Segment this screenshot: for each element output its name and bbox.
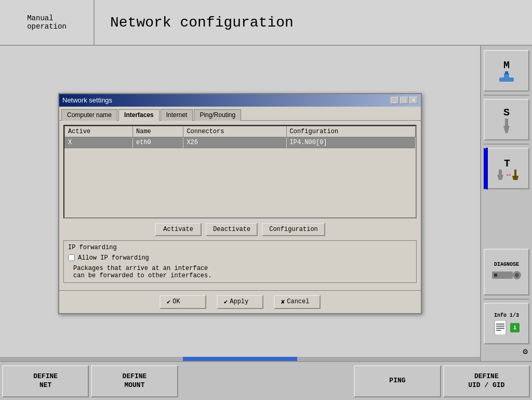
dialog-content: Active Name Connectors Configuration X e… xyxy=(59,121,421,290)
activate-button[interactable]: Activate xyxy=(155,223,202,236)
svg-rect-2 xyxy=(505,71,508,74)
dialog-titlebar: Network settings _ □ ✕ xyxy=(59,94,421,107)
col-connectors: Connectors xyxy=(183,126,286,137)
t-label: T xyxy=(504,158,510,170)
arrow-icon: ↔ xyxy=(507,171,511,179)
toolbar-empty-2 xyxy=(267,365,352,397)
info-badge: i xyxy=(510,323,520,332)
row-configuration: IP4.N00[0] xyxy=(286,137,415,148)
sidebar-divider-2 xyxy=(484,144,529,145)
ok-button[interactable]: ✔ OK xyxy=(159,295,206,309)
svg-rect-7 xyxy=(514,170,516,176)
allow-ip-forwarding-row: Allow IP forwarding xyxy=(68,254,412,262)
m-label: M xyxy=(503,59,510,71)
diagnose-icon xyxy=(491,267,522,283)
col-configuration: Configuration xyxy=(286,126,415,137)
progress-bar xyxy=(183,357,297,361)
col-active: Active xyxy=(65,126,133,137)
col-name: Name xyxy=(133,126,183,137)
maximize-button[interactable]: □ xyxy=(400,97,408,104)
configuration-button[interactable]: Configuration xyxy=(262,223,325,236)
sidebar-t-button[interactable]: T ↔ xyxy=(484,148,529,189)
allow-ip-forwarding-checkbox[interactable] xyxy=(68,254,75,261)
ip-forwarding-box: IP forwarding Allow IP forwarding Packag… xyxy=(63,240,417,283)
blue-active-bar xyxy=(486,148,488,189)
t-tool-left-icon xyxy=(496,170,505,180)
content-area: Network settings _ □ ✕ Computer name Int… xyxy=(0,46,480,361)
corner-icon: ⚙ xyxy=(483,346,530,357)
ok-label: OK xyxy=(172,298,180,305)
apply-icon: ✔ xyxy=(224,298,228,306)
minimize-button[interactable]: _ xyxy=(391,97,399,104)
define-mount-button[interactable]: DEFINE MOUNT xyxy=(91,365,178,397)
s-label: S xyxy=(503,107,510,119)
ip-info-line2: can be forwarded to other interfaces. xyxy=(73,272,412,279)
svg-rect-10 xyxy=(494,274,497,277)
tab-interfaces[interactable]: Interfaces xyxy=(118,109,159,121)
row-name: eth0 xyxy=(133,137,183,148)
cancel-icon: ✘ xyxy=(281,298,285,306)
svg-point-12 xyxy=(515,273,519,277)
t-tool-right-icon xyxy=(512,170,518,180)
close-button[interactable]: ✕ xyxy=(409,97,418,104)
m-tool-icon xyxy=(497,71,516,83)
sidebar-info-button[interactable]: Info 1/3 i xyxy=(484,303,529,344)
progress-bar-container xyxy=(0,357,480,361)
allow-ip-forwarding-label: Allow IP forwarding xyxy=(78,254,149,262)
ip-info-line1: Packages that arrive at an interface xyxy=(73,265,412,272)
tab-computer-name[interactable]: Computer name xyxy=(61,109,117,121)
svg-marker-6 xyxy=(497,175,503,180)
ping-button[interactable]: PING xyxy=(354,365,441,397)
deactivate-button[interactable]: Deactivate xyxy=(206,223,258,236)
svg-rect-3 xyxy=(505,119,508,126)
row-connectors: X26 xyxy=(183,137,286,148)
ok-icon: ✔ xyxy=(167,298,170,306)
sidebar-m-button[interactable]: M xyxy=(484,50,529,92)
define-uid-gid-button[interactable]: DEFINE UID / GID xyxy=(443,365,530,397)
cancel-button[interactable]: ✘ Cancel xyxy=(274,295,321,309)
interface-table-container[interactable]: Active Name Connectors Configuration X e… xyxy=(63,125,417,218)
svg-rect-13 xyxy=(495,320,506,335)
sidebar-s-button[interactable]: S xyxy=(484,99,529,140)
interface-table: Active Name Connectors Configuration X e… xyxy=(64,126,416,148)
info-label: Info 1/3 xyxy=(494,313,519,318)
tab-internet[interactable]: Internet xyxy=(161,109,193,121)
ip-forwarding-title: IP forwarding xyxy=(68,244,412,251)
action-buttons-row: Activate Deactivate Configuration xyxy=(63,223,417,236)
titlebar-controls: _ □ ✕ xyxy=(391,97,418,104)
svg-marker-8 xyxy=(512,176,518,180)
dialog-title: Network settings xyxy=(62,96,112,104)
sidebar-divider-1 xyxy=(484,95,529,96)
define-net-button[interactable]: DEFINE NET xyxy=(2,365,89,397)
header-left: Manual operation xyxy=(0,0,95,45)
page-title: Network configuration xyxy=(110,15,294,31)
s-tool-icon xyxy=(500,119,513,133)
svg-rect-5 xyxy=(499,170,502,175)
svg-marker-4 xyxy=(503,126,510,133)
manual-operation-label: Manual operation xyxy=(27,14,66,31)
diagnose-label: DIAGNOSE xyxy=(494,262,519,267)
apply-button[interactable]: ✔ Apply xyxy=(217,295,263,309)
row-active: X xyxy=(65,137,133,148)
apply-label: Apply xyxy=(230,298,248,305)
info-doc-icon xyxy=(494,320,508,335)
header-title-area: Network configuration xyxy=(95,0,532,45)
dialog-tabs: Computer name Interfaces Internet Ping/R… xyxy=(59,107,421,121)
bottom-toolbar: DEFINE NET DEFINE MOUNT PING DEFINE UID … xyxy=(0,361,532,400)
tab-ping-routing[interactable]: Ping/Routing xyxy=(194,109,241,121)
sidebar-divider-3 xyxy=(484,299,529,300)
table-row[interactable]: X eth0 X26 IP4.N00[0] xyxy=(65,137,416,148)
settings-icon: ⚙ xyxy=(523,347,528,357)
cancel-label: Cancel xyxy=(287,298,309,305)
network-settings-dialog: Network settings _ □ ✕ Computer name Int… xyxy=(58,93,422,314)
dialog-bottom-row: ✔ OK ✔ Apply ✘ Cancel xyxy=(59,290,421,313)
toolbar-empty-1 xyxy=(180,365,265,397)
sidebar-diagnose-button[interactable]: DIAGNOSE xyxy=(484,249,529,295)
right-sidebar: M S T ↔ xyxy=(480,46,532,361)
